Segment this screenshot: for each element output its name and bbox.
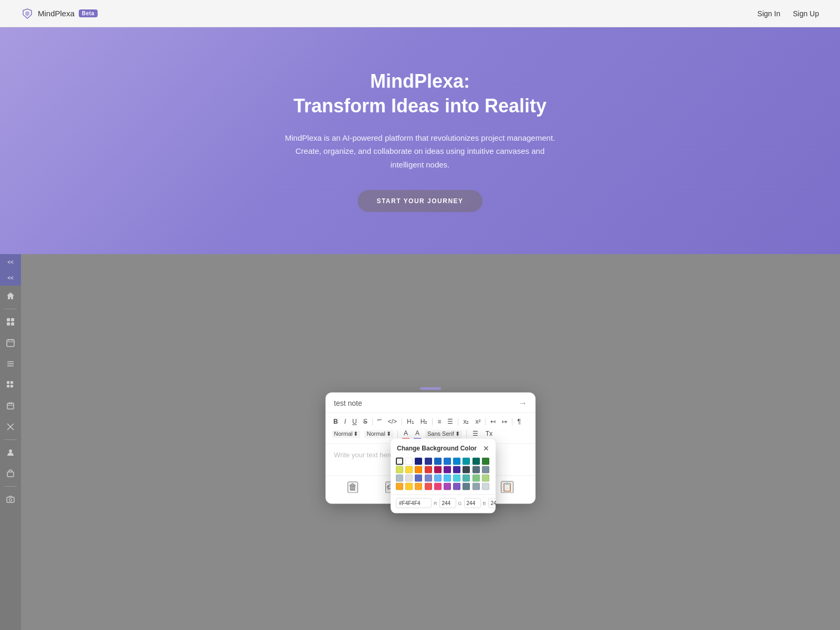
sidebar-icon-bag[interactable] <box>0 464 21 483</box>
color-swatch-29[interactable] <box>482 475 489 482</box>
color-swatch-28[interactable] <box>472 475 480 482</box>
toolbar-h1-btn[interactable]: H₁ <box>405 417 416 426</box>
color-picker-close-btn[interactable]: ✕ <box>483 444 489 453</box>
color-swatch-33[interactable] <box>425 483 432 490</box>
sidebar-icon-apps[interactable] <box>0 312 21 331</box>
color-swatch-17[interactable] <box>463 466 470 474</box>
color-swatch-1[interactable] <box>405 458 413 465</box>
color-swatch-9[interactable] <box>482 458 489 465</box>
color-swatch-35[interactable] <box>444 483 451 490</box>
note-card-handle-top[interactable] <box>420 387 441 390</box>
note-card-arrow-icon[interactable]: → <box>519 398 527 408</box>
color-swatch-23[interactable] <box>425 475 432 482</box>
color-picker-hex-input[interactable] <box>396 498 432 508</box>
sidebar-icon-home[interactable] <box>0 287 21 306</box>
color-swatch-18[interactable] <box>472 466 480 474</box>
color-picker-r-input[interactable] <box>439 498 456 508</box>
color-swatch-22[interactable] <box>415 475 422 482</box>
color-swatch-4[interactable] <box>434 458 442 465</box>
toolbar-bold-btn[interactable]: B <box>332 417 340 426</box>
start-journey-button[interactable]: START YOUR JOURNEY <box>358 190 482 212</box>
color-swatch-27[interactable] <box>463 475 470 482</box>
sidebar-collapse-btn-2[interactable]: << <box>0 270 21 286</box>
color-swatch-12[interactable] <box>415 466 422 474</box>
note-delete-btn[interactable]: 🗑 <box>348 481 358 493</box>
sidebar-icon-calendar2[interactable] <box>0 396 21 415</box>
sidebar-icon-calendar[interactable] <box>0 333 21 352</box>
color-swatch-36[interactable] <box>453 483 460 490</box>
sidebar-icon-person[interactable] <box>0 443 21 462</box>
color-swatch-31[interactable] <box>405 483 413 490</box>
sidebar-icon-grid[interactable] <box>0 375 21 394</box>
toolbar-indent-left-btn[interactable]: ↤ <box>489 417 497 426</box>
toolbar-ordered-btn[interactable]: ☰ <box>446 417 455 426</box>
sidebar-icon-x[interactable] <box>0 417 21 436</box>
canvas-area: test note → B I U S “” </> H₁ H₂ ≡ ☰ <box>21 254 840 630</box>
color-swatch-19[interactable] <box>482 466 489 474</box>
color-swatch-21[interactable] <box>405 475 413 482</box>
color-swatch-15[interactable] <box>444 466 451 474</box>
color-swatch-26[interactable] <box>453 475 460 482</box>
toolbar-quote-btn[interactable]: “” <box>376 417 383 426</box>
hero-subtitle: MindPlexa is an AI-powered platform that… <box>284 131 556 172</box>
color-swatch-38[interactable] <box>472 483 480 490</box>
toolbar-indent-right-btn[interactable]: ↦ <box>500 417 509 426</box>
toolbar-paragraph-btn[interactable]: ¶ <box>516 417 522 426</box>
toolbar-font-bg-btn[interactable]: A <box>414 428 421 439</box>
toolbar-normal-select[interactable]: Normal ⬍ <box>332 430 360 438</box>
sidebar: << << <box>0 254 21 630</box>
color-swatch-7[interactable] <box>463 458 470 465</box>
signup-link[interactable]: Sign Up <box>793 9 819 18</box>
toolbar-h2-btn[interactable]: H₂ <box>419 417 429 426</box>
color-swatch-20[interactable] <box>396 475 403 482</box>
svg-rect-11 <box>7 381 9 384</box>
toolbar-subscript-btn[interactable]: x₂ <box>461 417 470 426</box>
toolbar-align-btn[interactable]: ☰ <box>471 429 480 438</box>
color-swatch-3[interactable] <box>425 458 432 465</box>
toolbar-unordered-btn[interactable]: ≡ <box>436 417 443 426</box>
color-swatch-2[interactable] <box>415 458 422 465</box>
color-picker-g-input[interactable] <box>464 498 481 508</box>
svg-rect-23 <box>7 497 14 502</box>
color-swatch-39[interactable] <box>482 483 489 490</box>
color-picker-b-input[interactable] <box>488 498 496 508</box>
color-swatch-5[interactable] <box>444 458 451 465</box>
signin-link[interactable]: Sign In <box>758 9 781 18</box>
note-copy-btn[interactable]: 📋 <box>501 481 513 493</box>
color-picker-header: Change Background Color ✕ <box>391 439 496 456</box>
svg-rect-4 <box>7 340 14 346</box>
color-swatch-37[interactable] <box>463 483 470 490</box>
color-swatch-25[interactable] <box>444 475 451 482</box>
toolbar-superscript-btn[interactable]: x² <box>474 417 482 426</box>
note-placeholder: Write your text here... <box>334 451 399 459</box>
toolbar-italic-btn[interactable]: I <box>343 417 348 426</box>
color-swatch-10[interactable] <box>396 466 403 474</box>
sidebar-icon-list[interactable] <box>0 354 21 373</box>
toolbar-divider-2 <box>402 418 402 425</box>
color-swatch-8[interactable] <box>472 458 480 465</box>
sidebar-icon-camera[interactable] <box>0 490 21 509</box>
color-swatch-24[interactable] <box>434 475 442 482</box>
sidebar-collapse-btn-1[interactable]: << <box>0 254 21 270</box>
toolbar-clear-format-btn[interactable]: Tx <box>484 429 494 438</box>
toolbar-font-family-select[interactable]: Sans Serif ⬍ <box>425 430 462 438</box>
color-swatch-11[interactable] <box>405 466 413 474</box>
toolbar-normal-select2[interactable]: Normal ⬍ <box>364 430 393 438</box>
note-toolbar-row2: Normal ⬍ Normal ⬍ A A Sans <box>332 428 529 439</box>
color-swatch-32[interactable] <box>415 483 422 490</box>
color-swatch-34[interactable] <box>434 483 442 490</box>
color-swatch-14[interactable] <box>434 466 442 474</box>
toolbar-strike-btn[interactable]: S <box>362 417 369 426</box>
color-swatch-16[interactable] <box>453 466 460 474</box>
svg-rect-1 <box>11 318 14 321</box>
svg-rect-2 <box>7 322 10 326</box>
toolbar-code-btn[interactable]: </> <box>386 417 398 426</box>
color-swatch-6[interactable] <box>453 458 460 465</box>
svg-point-21 <box>9 449 12 453</box>
toolbar-font-color-btn[interactable]: A <box>402 428 410 439</box>
color-swatch-13[interactable] <box>425 466 432 474</box>
hero-title-line2: Transform Ideas into Reality <box>293 95 547 117</box>
color-swatch-0[interactable] <box>396 458 403 465</box>
color-swatch-30[interactable] <box>396 483 403 490</box>
toolbar-underline-btn[interactable]: U <box>351 417 359 426</box>
